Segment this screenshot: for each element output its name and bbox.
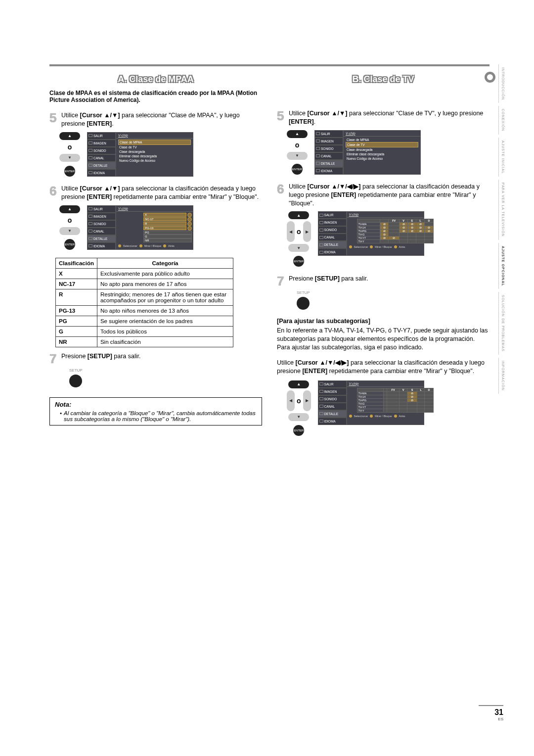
subcategories-instruction: Utilice [Cursor ▲/▼/◀/▶] para selecciona…: [277, 359, 490, 376]
side-tabs: INTRODUCCIÓN CONEXIÓN AJUSTE INICIAL PAR…: [498, 64, 505, 394]
subcategories-heading: [Para ajustar las subcategorías]: [277, 318, 490, 325]
step-number-6: 6: [49, 185, 58, 201]
column-tv: B. Clase de TV 5 Utilice [Cursor ▲/▼] pa…: [277, 69, 490, 444]
section-a-header: A. Clase de MPAA: [49, 74, 262, 85]
corner-ring-icon: [485, 72, 495, 83]
remote-up-down-icon: ▲ o ▼ ENTER: [59, 132, 80, 177]
mpaa-step6-text: Utilice [Cursor ▲/▼] para seleccionar la…: [61, 185, 262, 201]
mpaa-step7-text: Presione [SETUP] para salir.: [61, 352, 262, 365]
tv-step7-text: Presione [SETUP] para salir.: [289, 275, 490, 287]
sidetab-ajuste-opcional: AJUSTE OPCIONAL: [498, 243, 505, 289]
enter-button-icon: ENTER: [64, 239, 75, 250]
page-number: 31 ES: [479, 705, 503, 721]
column-mpaa: A. Clase de MPAA Clase de MPAA es el sis…: [49, 69, 262, 444]
section-b-title: B. Clase de TV: [352, 74, 414, 84]
sidetab-ver-tv: PARA VER LA TELEVISIÓN: [498, 180, 505, 240]
section-b-header: B. Clase de TV: [277, 74, 490, 85]
note-box: Nota: Al cambiar la categoría a "Bloque"…: [49, 397, 262, 425]
tv-step6-text: Utilice [Cursor ▲/▼/◀/▶] para selecciona…: [289, 183, 490, 208]
tv-menu-tvgrid-full: SALIR IMAGEN SONIDO CANAL DETALLE IDIOMA…: [318, 211, 424, 256]
mpaa-intro: Clase de MPAA es el sistema de clasifica…: [49, 90, 262, 103]
sidetab-conexion: CONEXIÓN: [498, 106, 505, 134]
tv-step5-text: Utilice [Cursor ▲/▼] para seleccionar "C…: [289, 109, 490, 126]
step-number-7: 7: [49, 352, 58, 365]
tv-menu-mpaa-list: SALIR IMAGEN SONIDO CANAL DETALLE IDIOMA…: [87, 205, 193, 250]
tv-menu-tvgrid-partial: SALIR IMAGEN SONIDO CANAL DETALLE IDIOMA…: [318, 380, 424, 425]
subcategories-body: En lo referente a TV-MA, TV-14, TV-PG, ó…: [277, 327, 490, 352]
mpaa-classification-table: Clasificación Categoría XExclusivamente …: [55, 258, 233, 347]
sidetab-informacion: INFORMACIÓN: [498, 358, 505, 394]
section-a-title: A. Clase de MPAA: [118, 74, 194, 84]
mpaa-step5-text: Utilice [Cursor ▲/▼] para seleccionar "C…: [61, 111, 262, 128]
sidetab-solucion: SOLUCIÓN DE PROBLEMAS: [498, 292, 505, 355]
setup-button-icon: [297, 297, 310, 310]
sidetab-ajuste-inicial: AJUSTE INICIAL: [498, 138, 505, 177]
remote-up-down-icon: ▲ o ▼ ENTER: [59, 205, 80, 250]
remote-up-down-icon: ▲ o ▼ ENTER: [287, 130, 308, 175]
tv-menu-tvclass: SALIR IMAGEN SONIDO CANAL DETALLE IDIOMA…: [314, 130, 421, 175]
enter-button-icon: ENTER: [64, 166, 75, 177]
remote-dpad-icon: ▲ ◀ o ▶ ▼ ENTER: [287, 380, 311, 436]
tv-menu-mpaa: SALIR IMAGEN SONIDO CANAL DETALLE IDIOMA…: [87, 132, 193, 177]
setup-label: SETUP: [69, 368, 262, 373]
step-number-5: 5: [49, 111, 58, 128]
remote-dpad-icon: ▲ ◀ o ▶ ▼ ENTER: [287, 211, 311, 267]
setup-button-icon: [69, 375, 82, 387]
sidetab-introduccion: INTRODUCCIÓN: [498, 64, 505, 103]
